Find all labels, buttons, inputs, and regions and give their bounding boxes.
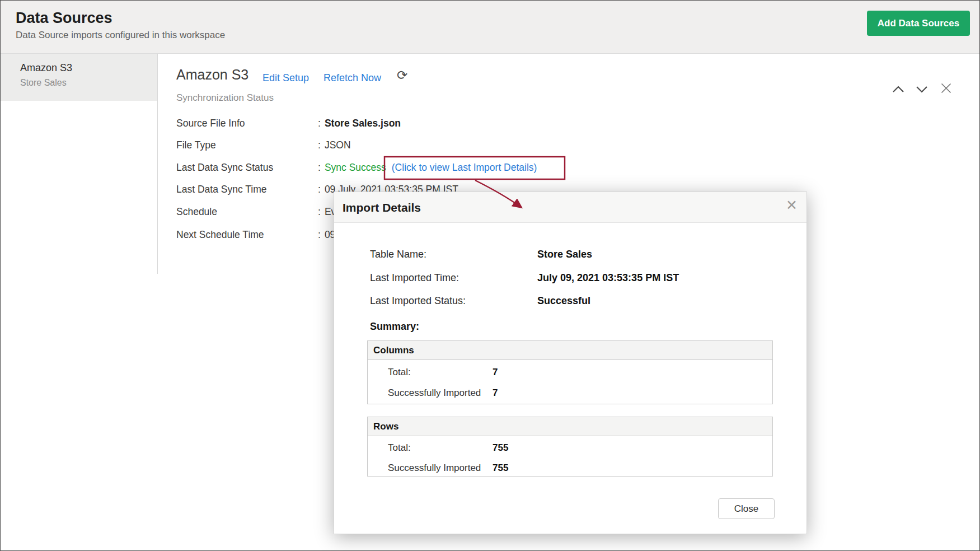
- summary-heading: Summary:: [370, 321, 419, 333]
- detail-label: Schedule: [176, 206, 217, 218]
- dialog-close-icon[interactable]: ✕: [786, 198, 798, 212]
- colon: :: [318, 206, 321, 217]
- chevron-up-icon: [892, 85, 904, 95]
- import-details-dialog: Import Details ✕ Table Name: Store Sales…: [334, 192, 807, 534]
- detail-value: :Store Sales.json: [318, 118, 401, 129]
- detail-value: :09: [318, 229, 335, 241]
- total-value: 7: [493, 367, 498, 378]
- sidebar-item-amazon-s3[interactable]: Amazon S3 Store Sales: [1, 54, 157, 101]
- page-header: Data Sources Data Source imports configu…: [1, 1, 979, 54]
- colon: :: [318, 118, 321, 129]
- detail-label: Source File Info: [176, 118, 245, 129]
- detail-label: Last Data Sync Time: [176, 184, 266, 195]
- imported-value: 755: [493, 463, 508, 474]
- dialog-close-button[interactable]: Close: [718, 498, 775, 519]
- field-label: Table Name:: [370, 249, 426, 260]
- field-label: Last Imported Status:: [370, 295, 466, 307]
- detail-row-file-type: File Type :JSON: [1, 139, 979, 154]
- imported-value: 7: [493, 387, 498, 399]
- field-value: Successful: [537, 295, 590, 307]
- sync-status-value: Sync Success: [325, 162, 386, 173]
- dialog-titlebar: Import Details ✕: [334, 192, 806, 223]
- sidebar-item-title: Amazon S3: [20, 62, 157, 74]
- detail-row-source-file: Source File Info :Store Sales.json: [1, 118, 979, 132]
- panel-close-button[interactable]: [939, 82, 953, 96]
- page-subtitle: Data Source imports configured in this w…: [16, 30, 979, 41]
- sync-status-heading: Synchronization Status: [176, 92, 274, 104]
- total-label: Total:: [388, 367, 411, 378]
- add-data-sources-button[interactable]: Add Data Sources: [867, 11, 970, 36]
- detail-value: :JSON: [318, 139, 351, 151]
- colon: :: [318, 162, 321, 173]
- chevron-down-icon: [916, 85, 928, 95]
- field-label: Last Imported Time:: [370, 272, 459, 284]
- dialog-field-last-imported-time: Last Imported Time: July 09, 2021 03:53:…: [334, 272, 806, 286]
- imported-label: Successfully Imported: [388, 463, 481, 474]
- sidebar-item-subtitle: Store Sales: [20, 78, 157, 88]
- total-label: Total:: [388, 442, 411, 454]
- summary-box-title: Rows: [368, 417, 772, 436]
- close-icon: [940, 82, 952, 96]
- dialog-title: Import Details: [343, 192, 421, 223]
- dialog-field-last-imported-status: Last Imported Status: Successful: [334, 295, 806, 309]
- refresh-icon[interactable]: ⟳: [397, 68, 407, 83]
- prev-datasource-button[interactable]: [891, 83, 906, 97]
- rows-summary-box: Rows Total: 755 Successfully Imported 75…: [367, 417, 773, 477]
- summary-box-title: Columns: [368, 341, 772, 360]
- detail-value: :Sync Success(Click to view Last Import …: [318, 162, 537, 174]
- datasource-title: Amazon S3: [176, 67, 248, 83]
- app-window: Data Sources Data Source imports configu…: [0, 0, 980, 551]
- colon: :: [318, 229, 321, 240]
- colon: :: [318, 184, 321, 195]
- detail-label: Next Schedule Time: [176, 229, 264, 241]
- colon: :: [318, 139, 321, 151]
- detail-label: File Type: [176, 139, 216, 151]
- next-datasource-button[interactable]: [915, 83, 929, 97]
- imported-label: Successfully Imported: [388, 387, 481, 399]
- field-value: Store Sales: [537, 249, 592, 260]
- edit-setup-link[interactable]: Edit Setup: [262, 72, 309, 84]
- columns-summary-box: Columns Total: 7 Successfully Imported 7: [367, 340, 773, 404]
- view-last-import-details-link[interactable]: (Click to view Last Import Details): [392, 162, 537, 173]
- detail-row-sync-status: Last Data Sync Status :Sync Success(Clic…: [1, 162, 979, 176]
- field-value: July 09, 2021 03:53:35 PM IST: [537, 272, 679, 284]
- dialog-field-table-name: Table Name: Store Sales: [334, 249, 806, 262]
- total-value: 755: [493, 442, 508, 454]
- detail-label: Last Data Sync Status: [176, 162, 273, 174]
- page-title: Data Sources: [16, 10, 979, 27]
- refetch-now-link[interactable]: Refetch Now: [323, 72, 381, 84]
